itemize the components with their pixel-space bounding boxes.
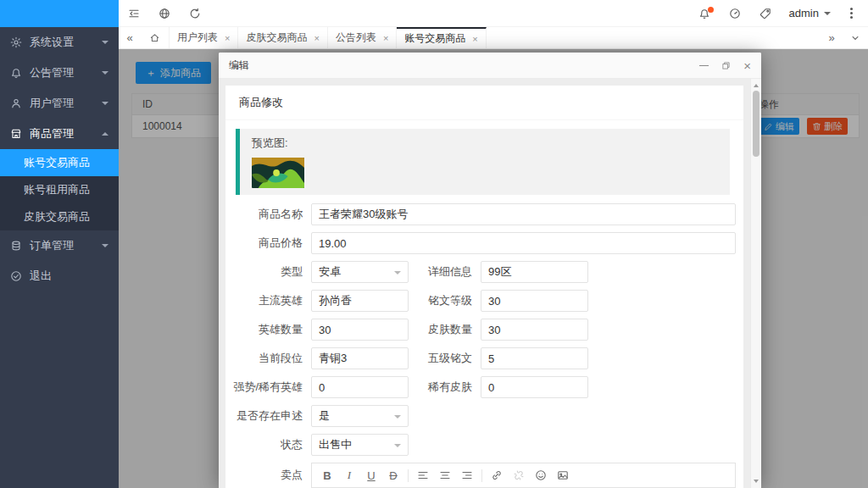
tabs-scroll-right-icon[interactable]: » [821,27,843,48]
select-field[interactable]: 出售中 [311,434,409,456]
form-row: 类型安卓详细信息 [225,261,743,283]
tab-close-icon[interactable]: × [314,33,319,43]
modal-body: 商品修改 预览图: 商品名称商品价格类型安卓详细信息主流英雄铭文等级英雄数量皮肤… [219,79,761,488]
chevron-down-icon [394,444,401,447]
align-center-icon[interactable] [434,463,456,487]
field-label: 稀有皮肤 [409,380,481,395]
preview-label: 预览图: [252,136,718,151]
input-field[interactable] [311,203,736,225]
bold-icon[interactable]: B [316,463,338,487]
gauge-icon[interactable] [720,0,750,27]
sidebar-subitem-account-rent-goods[interactable]: 账号租用商品 [0,176,119,203]
tab-skin-trade-goods[interactable]: 皮肤交易商品 × [238,27,327,48]
form-row: 是否存在申述是 [225,405,743,427]
tabs: 用户列表 × 皮肤交易商品 × 公告列表 × 账号交易商品 × [170,27,487,48]
modal-controls: × [699,59,751,72]
tab-close-icon[interactable]: × [225,33,230,43]
select-field[interactable]: 是 [311,405,409,427]
field-label: 状态 [225,437,311,452]
sidebar-subitem-account-trade-goods[interactable]: 账号交易商品 [0,149,119,176]
input-field[interactable] [481,319,588,341]
sidebar-item-logout[interactable]: 退出 [0,261,119,291]
input-field[interactable] [311,347,409,369]
card-title: 商品修改 [225,86,743,120]
sidebar-item-order-management[interactable]: 订单管理 [0,230,119,261]
refresh-icon[interactable] [180,0,210,27]
chevron-down-icon [394,415,401,419]
logout-icon [10,270,22,282]
input-field[interactable] [481,261,588,283]
sidebar-item-goods-management[interactable]: 商品管理 [0,119,119,149]
user-icon [10,97,22,109]
app-root: 系统设置 公告管理 用户管理 商品管理 账号交易商品账号租用商品皮肤交易商品 订… [0,0,868,488]
sidebar-item-system-settings[interactable]: 系统设置 [0,27,119,58]
input-field[interactable] [481,376,588,398]
scroll-up-icon[interactable] [751,80,761,91]
sidebar-subitem-skin-trade-goods[interactable]: 皮肤交易商品 [0,203,119,230]
form-row: 强势/稀有英雄稀有皮肤 [225,376,743,398]
italic-icon[interactable]: I [338,463,360,487]
caret-down-icon [102,41,108,44]
sidebar-item-notice-management[interactable]: 公告管理 [0,58,119,88]
input-field[interactable] [311,290,409,312]
tab-notice-list[interactable]: 公告列表 × [328,27,397,48]
underline-icon[interactable]: U [360,463,382,487]
toolbar-divider [408,469,409,482]
home-tab-icon[interactable] [141,27,170,48]
user-menu[interactable]: admin [781,0,839,27]
maximize-icon[interactable] [721,61,731,70]
field-label: 详细信息 [409,264,481,280]
minimize-icon[interactable] [699,65,709,66]
field-label: 强势/稀有英雄 [225,380,311,395]
tabs-scroll-left-icon[interactable]: « [119,27,141,48]
scrollbar-thumb[interactable] [753,91,760,157]
tab-close-icon[interactable]: × [472,34,477,44]
notifications-bell-icon[interactable] [689,0,720,27]
image-icon[interactable] [552,463,574,487]
rich-editor: BIUD 个人闲置账号商品请放心购买 [311,463,736,488]
collapse-sidebar-icon[interactable] [119,0,149,27]
goods-form: 商品名称商品价格类型安卓详细信息主流英雄铭文等级英雄数量皮肤数量当前段位五级铭文… [225,195,743,456]
editor-toolbar: BIUD [311,463,736,488]
input-field[interactable] [311,232,736,254]
input-field[interactable] [481,290,588,312]
close-icon[interactable]: × [743,59,751,72]
sidebar-menu: 系统设置 公告管理 用户管理 商品管理 账号交易商品账号租用商品皮肤交易商品 订… [0,27,119,291]
strikethrough-icon[interactable]: D [382,463,404,487]
select-field[interactable]: 安卓 [311,261,409,283]
store-icon [10,128,22,140]
tag-icon[interactable] [750,0,781,27]
tab-close-icon[interactable]: × [383,33,388,43]
field-label: 铭文等级 [409,293,481,308]
tabbar-right: » [821,27,868,48]
preview-image[interactable] [252,158,304,188]
globe-icon[interactable] [149,0,180,27]
caret-down-icon [102,244,108,247]
tab-account-trade-goods[interactable]: 账号交易商品 × [397,27,486,48]
tab-bar: « 用户列表 × 皮肤交易商品 × 公告列表 × 账号交易商品 × » [119,27,868,49]
form-row: 主流英雄铭文等级 [225,290,743,312]
navbar-right-group: admin [689,0,868,26]
field-label: 商品价格 [225,236,311,251]
face-icon[interactable] [530,463,552,487]
link-icon[interactable] [486,463,508,487]
goods-edit-card: 商品修改 预览图: 商品名称商品价格类型安卓详细信息主流英雄铭文等级英雄数量皮肤… [225,86,743,488]
scroll-down-icon[interactable] [751,476,761,486]
preview-block: 预览图: [236,129,730,195]
align-right-icon[interactable] [456,463,478,487]
more-options-icon[interactable] [839,0,863,27]
unlink-icon[interactable] [508,463,530,487]
notification-dot [708,7,714,13]
input-field[interactable] [311,376,409,398]
input-field[interactable] [311,319,409,341]
tab-user-list[interactable]: 用户列表 × [170,27,238,48]
form-row: 状态出售中 [225,434,743,456]
tabs-dropdown-icon[interactable] [843,27,868,48]
caret-down-icon [102,102,108,105]
modal-scrollbar[interactable] [750,79,761,488]
input-field[interactable] [481,347,588,369]
edit-modal: 编辑 × 商品修改 预览图: [219,53,761,488]
selling-points-row: 卖点 BIUD 个人闲置账号商品请放心购买 [225,463,743,488]
align-left-icon[interactable] [412,463,434,487]
sidebar-item-user-management[interactable]: 用户管理 [0,88,119,119]
